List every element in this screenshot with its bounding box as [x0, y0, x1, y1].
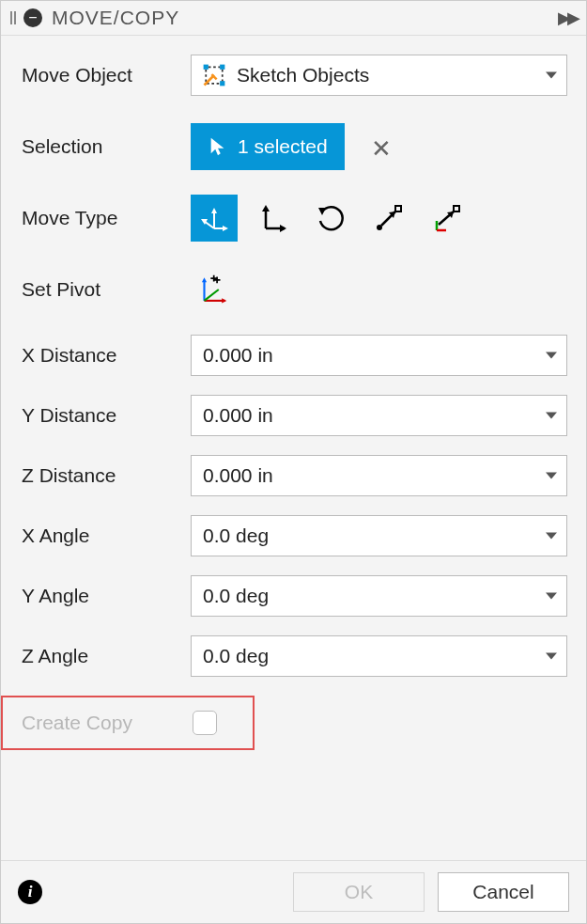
chevron-down-icon[interactable]	[546, 653, 557, 660]
selection-count: 1 selected	[238, 135, 328, 158]
sketch-objects-icon	[201, 62, 227, 88]
move-object-value: Sketch Objects	[237, 64, 369, 86]
label-move-object: Move Object	[22, 64, 191, 86]
move-type-point-to-position[interactable]	[424, 195, 471, 242]
move-type-translate[interactable]	[249, 195, 296, 242]
z-distance-field[interactable]	[201, 463, 534, 488]
titlebar: − MOVE/COPY ▶▶	[1, 1, 586, 36]
label-x-distance: X Distance	[22, 344, 191, 367]
row-y-distance: Y Distance	[22, 395, 567, 436]
translate-icon	[256, 202, 288, 234]
panel-title: MOVE/COPY	[52, 7, 558, 29]
chevron-down-icon[interactable]	[546, 473, 557, 479]
row-y-angle: Y Angle	[22, 575, 567, 617]
row-z-distance: Z Distance	[22, 455, 567, 496]
y-distance-field[interactable]	[201, 403, 534, 428]
move-type-point-to-point[interactable]	[365, 195, 412, 242]
move-object-dropdown[interactable]: Sketch Objects	[191, 55, 567, 96]
row-x-angle: X Angle	[22, 515, 567, 556]
row-set-pivot: Set Pivot	[22, 263, 567, 316]
fast-forward-icon[interactable]: ▶▶	[558, 8, 577, 28]
x-distance-input[interactable]	[191, 335, 567, 376]
label-move-type: Move Type	[22, 207, 191, 229]
cancel-button[interactable]: Cancel	[438, 872, 569, 912]
clear-selection-icon[interactable]: ✕	[371, 134, 392, 163]
selection-chip[interactable]: 1 selected	[191, 123, 345, 170]
z-distance-input[interactable]	[191, 455, 567, 496]
label-z-distance: Z Distance	[22, 464, 191, 487]
row-create-copy: Create Copy	[1, 696, 586, 750]
panel-footer: i OK Cancel	[1, 860, 586, 923]
svg-rect-2	[220, 81, 224, 86]
x-distance-field[interactable]	[201, 343, 534, 368]
svg-rect-1	[220, 65, 224, 70]
y-angle-field[interactable]	[201, 584, 534, 608]
move-copy-panel: − MOVE/COPY ▶▶ Move Object Sketch Object…	[0, 0, 587, 924]
svg-rect-5	[454, 206, 459, 211]
label-create-copy: Create Copy	[22, 712, 191, 734]
create-copy-checkbox[interactable]	[193, 711, 217, 735]
point-to-point-icon	[373, 202, 405, 234]
y-distance-input[interactable]	[191, 395, 567, 436]
z-angle-field[interactable]	[201, 644, 534, 668]
panel-body: Move Object Sketch Objects Selection	[1, 36, 586, 860]
svg-rect-0	[204, 65, 209, 70]
row-z-angle: Z Angle	[22, 635, 567, 677]
y-angle-input[interactable]	[191, 575, 567, 617]
chevron-down-icon[interactable]	[546, 413, 557, 419]
row-move-type: Move Type	[22, 192, 567, 244]
label-y-angle: Y Angle	[22, 585, 191, 607]
point-to-position-icon	[431, 202, 463, 234]
x-angle-input[interactable]	[191, 515, 567, 556]
z-angle-input[interactable]	[191, 635, 567, 677]
move-type-rotate[interactable]	[307, 195, 354, 242]
chevron-down-icon	[546, 72, 557, 79]
info-icon[interactable]: i	[18, 880, 42, 904]
label-set-pivot: Set Pivot	[22, 278, 191, 301]
ok-button[interactable]: OK	[293, 872, 425, 912]
row-x-distance: X Distance	[22, 335, 567, 376]
svg-rect-3	[395, 206, 401, 211]
rotate-icon	[315, 202, 347, 234]
drag-grip-icon[interactable]	[10, 11, 18, 24]
label-z-angle: Z Angle	[22, 645, 191, 667]
chevron-down-icon[interactable]	[546, 533, 557, 540]
cursor-icon	[208, 136, 228, 157]
row-move-object: Move Object Sketch Objects	[22, 49, 567, 102]
label-selection: Selection	[22, 135, 191, 158]
set-pivot-button[interactable]	[191, 268, 234, 311]
chevron-down-icon[interactable]	[546, 593, 557, 600]
move-type-free[interactable]	[191, 195, 238, 242]
row-selection: Selection 1 selected ✕	[22, 120, 567, 173]
label-x-angle: X Angle	[22, 525, 191, 547]
chevron-down-icon[interactable]	[546, 352, 557, 359]
collapse-icon[interactable]: −	[23, 8, 42, 27]
label-y-distance: Y Distance	[22, 404, 191, 427]
free-move-icon	[198, 202, 230, 234]
x-angle-field[interactable]	[201, 524, 534, 548]
pivot-icon	[196, 274, 228, 305]
